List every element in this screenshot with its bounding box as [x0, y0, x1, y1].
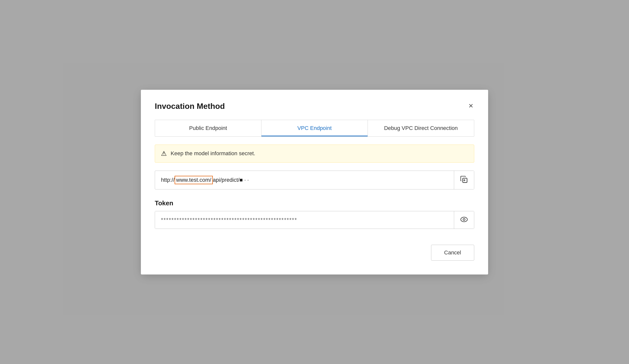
token-field: ****************************************…: [155, 211, 454, 229]
cancel-button[interactable]: Cancel: [431, 245, 474, 261]
token-label: Token: [155, 199, 474, 207]
tab-debug-vpc[interactable]: Debug VPC Direct Connection: [368, 120, 474, 136]
modal-footer: Cancel: [155, 245, 474, 261]
modal-overlay: Invocation Method × Public Endpoint VPC …: [0, 0, 629, 364]
copy-icon: [460, 176, 468, 184]
tabs-container: Public Endpoint VPC Endpoint Debug VPC D…: [155, 120, 474, 137]
svg-point-4: [461, 217, 468, 222]
token-section: Token **********************************…: [155, 199, 474, 229]
url-suffix: api/predict/■ · ·: [213, 177, 249, 183]
warning-icon: ⚠: [161, 150, 167, 157]
toggle-token-visibility-button[interactable]: [454, 211, 474, 229]
modal-dialog: Invocation Method × Public Endpoint VPC …: [141, 90, 488, 274]
warning-text: Keep the model information secret.: [171, 150, 255, 157]
url-field[interactable]: http://www.test.com/api/predict/■ · ·: [155, 171, 454, 189]
svg-point-5: [463, 219, 465, 221]
url-highlighted: www.test.com/: [175, 176, 213, 184]
close-button[interactable]: ×: [468, 102, 474, 110]
token-row: ****************************************…: [155, 211, 474, 229]
eye-icon: [460, 216, 468, 224]
warning-banner: ⚠ Keep the model information secret.: [155, 144, 474, 163]
copy-button[interactable]: [454, 171, 474, 189]
modal-header: Invocation Method ×: [155, 102, 474, 111]
modal-title: Invocation Method: [155, 102, 225, 111]
tab-public-endpoint[interactable]: Public Endpoint: [155, 120, 261, 136]
url-input-row: http://www.test.com/api/predict/■ · ·: [155, 171, 474, 189]
url-prefix: http://: [161, 177, 175, 183]
tab-vpc-endpoint[interactable]: VPC Endpoint: [261, 120, 368, 136]
